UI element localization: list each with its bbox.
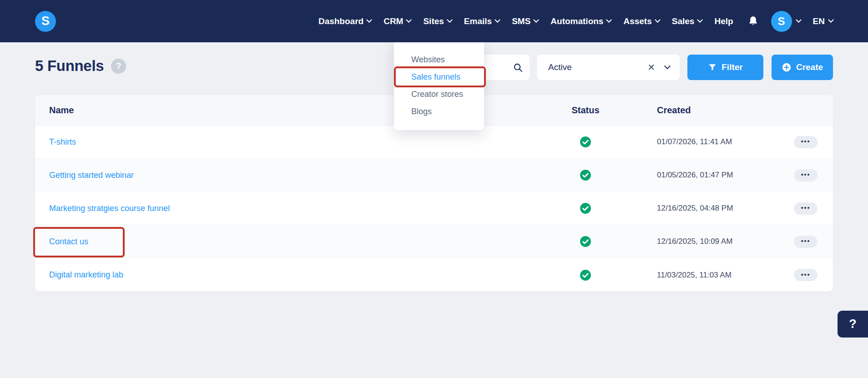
clear-filter-icon[interactable]: ✕ xyxy=(647,63,655,72)
nav-item-sites[interactable]: Sites xyxy=(423,16,451,26)
nav-item-emails[interactable]: Emails xyxy=(464,16,500,26)
sites-menu: WebsitesSales funnelsCreator storesBlogs xyxy=(394,41,484,130)
nav-item-label: Emails xyxy=(464,16,492,26)
status-filter-select[interactable]: Active ✕ xyxy=(537,55,680,80)
row-actions-button[interactable]: ••• xyxy=(794,236,818,248)
create-button[interactable]: Create xyxy=(772,55,833,80)
created-date: 12/16/2025, 10:09 AM xyxy=(657,237,732,246)
nav-item-label: Help xyxy=(714,16,733,26)
nav-item-sales[interactable]: Sales xyxy=(672,16,702,26)
chevron-down-icon xyxy=(406,17,412,23)
chevron-down-icon xyxy=(366,17,372,23)
row-actions-button[interactable]: ••• xyxy=(794,169,818,181)
funnel-link[interactable]: Marketing stratgies course funnel xyxy=(49,204,170,213)
created-date: 01/07/2026, 11:41 AM xyxy=(657,137,732,146)
funnel-link[interactable]: T-shirts xyxy=(49,137,76,146)
title-row: 5 Funnels ? xyxy=(35,57,126,75)
title-help-icon[interactable]: ? xyxy=(111,59,126,74)
floating-help-button[interactable]: ? xyxy=(838,311,868,338)
funnels-page: S DashboardCRMSitesEmailsSMSAutomationsA… xyxy=(0,0,868,378)
chevron-down-icon xyxy=(796,17,802,23)
nav-item-label: Sales xyxy=(672,16,695,26)
sites-menu-item-sales-funnels[interactable]: Sales funnels xyxy=(394,68,484,86)
status-active-icon xyxy=(580,169,591,181)
nav-menu: DashboardCRMSitesEmailsSMSAutomationsAss… xyxy=(318,16,733,26)
filter-button[interactable]: Filter xyxy=(687,55,763,80)
chevron-down-icon xyxy=(447,17,453,23)
funnel-link[interactable]: Getting started webinar xyxy=(49,171,134,180)
chevron-down-icon xyxy=(828,17,834,23)
table-row: T-shirts 01/07/2026, 11:41 AM ••• xyxy=(35,126,833,159)
funnel-filter-icon xyxy=(708,63,717,72)
page-title: 5 Funnels xyxy=(35,57,104,75)
search-icon[interactable] xyxy=(513,62,530,73)
status-active-icon xyxy=(580,269,591,281)
sites-menu-item-websites[interactable]: Websites xyxy=(394,51,484,68)
table-row: Digital marketing lab 11/03/2025, 11:03 … xyxy=(35,258,833,292)
chevron-down-icon xyxy=(697,17,703,23)
chevron-down-icon xyxy=(664,63,671,69)
created-date: 12/16/2025, 04:48 PM xyxy=(657,204,733,212)
nav-item-crm[interactable]: CRM xyxy=(384,16,411,26)
sites-menu-item-creator-stores[interactable]: Creator stores xyxy=(394,86,484,103)
nav-item-label: Dashboard xyxy=(318,16,363,26)
column-header-status: Status xyxy=(526,105,645,116)
filter-button-label: Filter xyxy=(722,62,742,72)
sites-menu-item-blogs[interactable]: Blogs xyxy=(394,103,484,120)
created-date: 11/03/2025, 11:03 AM xyxy=(657,271,732,279)
nav-item-help[interactable]: Help xyxy=(714,16,733,26)
chevron-down-icon xyxy=(655,17,661,23)
notifications-bell-icon[interactable] xyxy=(747,15,759,27)
status-filter-value: Active xyxy=(548,62,647,72)
nav-item-sms[interactable]: SMS xyxy=(512,16,538,26)
nav-item-label: CRM xyxy=(384,16,403,26)
status-active-icon xyxy=(580,136,591,148)
nav-right-group: S EN xyxy=(746,11,833,32)
status-active-icon xyxy=(580,236,591,247)
chevron-down-icon xyxy=(533,17,539,23)
chevron-down-icon xyxy=(495,17,500,23)
language-selector[interactable]: EN xyxy=(813,16,833,26)
row-actions-button[interactable]: ••• xyxy=(794,269,818,281)
status-active-icon xyxy=(580,202,591,214)
top-navbar: S DashboardCRMSitesEmailsSMSAutomationsA… xyxy=(0,0,868,42)
app-logo[interactable]: S xyxy=(35,11,56,32)
table-row: Getting started webinar 01/05/2026, 01:4… xyxy=(35,159,833,192)
nav-item-label: SMS xyxy=(512,16,530,26)
column-header-created: Created xyxy=(645,105,778,116)
table-body: T-shirts 01/07/2026, 11:41 AM ••• Gettin… xyxy=(35,126,833,292)
create-button-label: Create xyxy=(796,62,823,72)
row-actions-button[interactable]: ••• xyxy=(794,202,818,215)
table-row: Marketing stratgies course funnel 12/16/… xyxy=(35,192,833,225)
nav-item-dashboard[interactable]: Dashboard xyxy=(318,16,371,26)
row-actions-button[interactable]: ••• xyxy=(794,136,818,148)
nav-item-label: Assets xyxy=(623,16,651,26)
funnel-link[interactable]: Contact us xyxy=(49,237,88,246)
nav-item-automations[interactable]: Automations xyxy=(550,16,611,26)
chevron-down-icon xyxy=(606,17,612,23)
avatar: S xyxy=(771,11,792,32)
nav-item-assets[interactable]: Assets xyxy=(623,16,659,26)
created-date: 01/05/2026, 01:47 PM xyxy=(657,171,733,179)
nav-item-label: Automations xyxy=(550,16,603,26)
table-row: Contact us 12/16/2025, 10:09 AM ••• xyxy=(35,225,833,258)
nav-item-label: Sites xyxy=(423,16,444,26)
funnel-link[interactable]: Digital marketing lab xyxy=(49,270,123,279)
user-avatar-menu[interactable]: S xyxy=(771,11,801,32)
language-label: EN xyxy=(813,16,825,26)
plus-circle-icon xyxy=(782,62,792,72)
